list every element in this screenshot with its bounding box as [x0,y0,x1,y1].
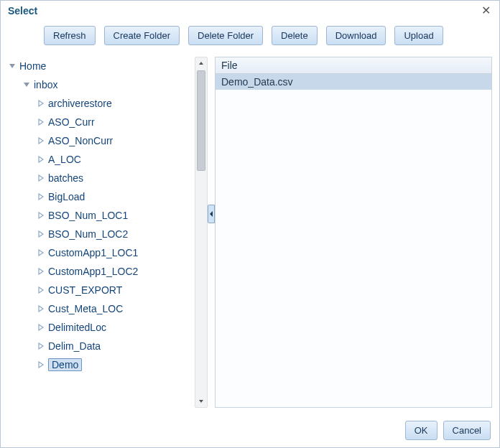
tree-node: ASO_Curr [37,113,192,131]
tree-row[interactable]: ASO_NonCurr [37,131,192,150]
tree-node-inbox: inbox archiverestoreASO_CurrASO_NonCurrA… [22,75,192,374]
dialog-body: Home inbox archiverestoreASO_CurrASO_Non… [1,54,499,414]
tree-row[interactable]: archiverestore [37,94,192,113]
tree-node: ASO_NonCurr [37,131,192,150]
collapse-handle-icon[interactable] [208,205,215,223]
expand-toggle-icon[interactable] [37,156,45,163]
scroll-down-icon[interactable] [195,396,207,407]
tree-node: CUST_EXPORT [37,281,192,299]
tree-node: Delim_Data [37,337,192,355]
expand-toggle-icon[interactable] [37,342,45,350]
tree-node: Demo [37,355,192,374]
expand-toggle-icon[interactable] [37,286,45,294]
tree-label: CustomApp1_LOC2 [48,266,138,277]
tree-label: Delim_Data [48,340,101,352]
expand-toggle-icon[interactable] [37,361,45,368]
expand-toggle-icon[interactable] [37,305,45,312]
tree-node: BSO_Num_LOC1 [37,206,192,225]
scroll-up-icon[interactable] [195,57,207,69]
tree-node: CustomApp1_LOC1 [37,243,192,262]
tree-label: A_LOC [48,154,81,165]
tree-node: DelimitedLoc [37,318,192,337]
tree-label: BigLoad [48,191,85,202]
tree-row[interactable]: BSO_Num_LOC1 [37,206,192,225]
tree-row[interactable]: A_LOC [37,150,192,169]
cancel-button[interactable]: Cancel [443,421,491,440]
tree-label: BSO_Num_LOC1 [48,210,128,221]
delete-button[interactable]: Delete [272,26,318,45]
tree-row[interactable]: DelimitedLoc [37,318,192,337]
tree-node: batches [37,169,192,187]
ok-button[interactable]: OK [405,421,438,440]
tree-label: Cust_Meta_LOC [48,303,123,314]
refresh-button[interactable]: Refresh [44,26,96,45]
expand-toggle-icon[interactable] [37,118,45,126]
toolbar: Refresh Create Folder Delete Folder Dele… [1,22,499,54]
file-list-header: File [216,57,491,74]
tree-label: batches [48,172,83,184]
dialog-footer: OK Cancel [1,414,499,447]
tree-label: CustomApp1_LOC1 [48,247,138,258]
tree-label: ASO_NonCurr [48,135,113,146]
tree-node: archiverestore [37,94,192,113]
tree-row[interactable]: Demo [37,355,192,374]
tree-label: DelimitedLoc [48,322,106,333]
expand-toggle-icon[interactable] [37,230,45,238]
tree-row[interactable]: Delim_Data [37,337,192,355]
tree-scrollbar[interactable] [195,57,208,408]
upload-button[interactable]: Upload [394,26,443,45]
tree-row[interactable]: CUST_EXPORT [37,281,192,299]
tree-row[interactable]: BigLoad [37,187,192,206]
tree-row[interactable]: CustomApp1_LOC2 [37,262,192,281]
tree-row[interactable]: BSO_Num_LOC2 [37,225,192,243]
splitter [208,57,215,408]
tree-label: ASO_Curr [48,116,95,128]
tree-node: BigLoad [37,187,192,206]
expand-toggle-icon[interactable] [37,212,45,219]
tree-node: Cust_Meta_LOC [37,299,192,318]
download-button[interactable]: Download [326,26,386,45]
delete-folder-button[interactable]: Delete Folder [188,26,263,45]
folder-tree: Home inbox archiverestoreASO_CurrASO_Non… [8,57,195,408]
tree-label: Demo [48,358,82,371]
expand-toggle-icon[interactable] [37,249,45,256]
expand-toggle-icon[interactable] [37,268,45,275]
expand-toggle-icon[interactable] [8,62,17,70]
tree-label: archiverestore [48,98,112,109]
tree-row[interactable]: CustomApp1_LOC1 [37,243,192,262]
tree-label: BSO_Num_LOC2 [48,228,128,240]
expand-toggle-icon[interactable] [37,100,45,107]
tree-row[interactable]: Cust_Meta_LOC [37,299,192,318]
file-list-rows: Demo_Data.csv [216,74,491,407]
scroll-thumb[interactable] [197,70,205,171]
tree-label: inbox [34,79,57,90]
expand-toggle-icon[interactable] [37,174,45,182]
tree-node: CustomApp1_LOC2 [37,262,192,281]
expand-toggle-icon[interactable] [22,81,31,88]
file-row[interactable]: Demo_Data.csv [216,74,491,90]
tree-row[interactable]: ASO_Curr [37,113,192,131]
tree-node: BSO_Num_LOC2 [37,225,192,243]
dialog-title: Select [8,5,37,17]
expand-toggle-icon[interactable] [37,137,45,144]
tree-label: Home [19,60,46,72]
select-dialog: Select ✕ Refresh Create Folder Delete Fo… [0,0,500,448]
tree-row[interactable]: batches [37,169,192,187]
expand-toggle-icon[interactable] [37,193,45,200]
tree-node: A_LOC [37,150,192,169]
create-folder-button[interactable]: Create Folder [104,26,180,45]
tree-row-inbox[interactable]: inbox [22,75,192,94]
expand-toggle-icon[interactable] [37,324,45,331]
titlebar: Select ✕ [1,1,499,22]
tree-label: CUST_EXPORT [48,284,122,296]
tree-pane: Home inbox archiverestoreASO_CurrASO_Non… [8,57,208,408]
close-icon[interactable]: ✕ [480,4,492,17]
file-list-panel: File Demo_Data.csv [215,57,492,408]
tree-row-home[interactable]: Home [8,57,192,75]
tree-node-home: Home inbox archiverestoreASO_CurrASO_Non… [8,57,192,374]
